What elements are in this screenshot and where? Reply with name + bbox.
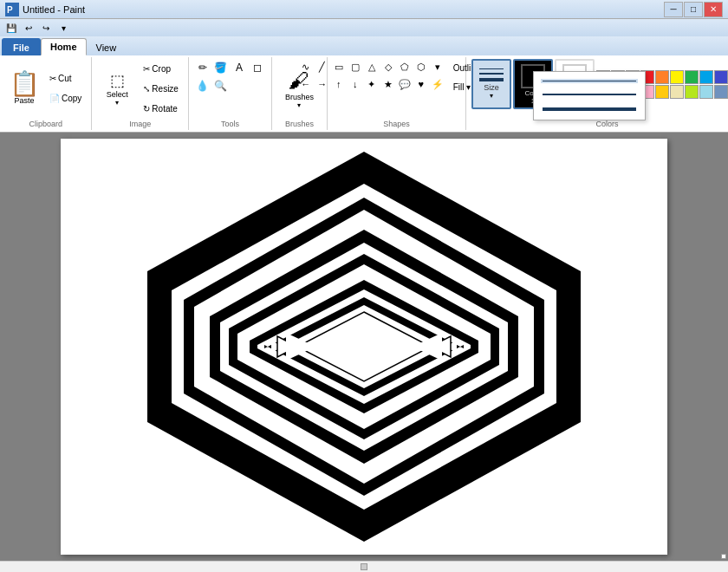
size-option-3[interactable] <box>541 106 638 113</box>
shape-diamond[interactable]: ◇ <box>380 59 396 75</box>
swatch-gold[interactable] <box>655 85 669 99</box>
crop-icon: ✂ <box>143 64 150 74</box>
close-button[interactable]: ✕ <box>704 2 723 17</box>
swatch-yellow[interactable] <box>670 70 684 84</box>
canvas-center-handle[interactable] <box>361 563 367 570</box>
hexagon-art-svg <box>61 139 667 555</box>
window-title: Untitled - Paint <box>23 4 664 15</box>
resize-icon: ⤡ <box>143 84 150 94</box>
shape-heart[interactable]: ♥ <box>413 76 429 92</box>
select-chevron: ▾ <box>115 99 119 107</box>
clipboard-label: Clipboard <box>29 120 62 128</box>
app-icon: P <box>5 3 19 16</box>
image-group: ⬚ Select ▾ ✂ Crop ⤡ Resize ↻ Rotate Imag <box>92 57 189 130</box>
tab-home[interactable]: Home <box>41 38 87 55</box>
status-bar <box>0 561 728 572</box>
shape-curve[interactable]: ∿ <box>298 59 314 75</box>
main-area <box>0 133 728 561</box>
swatch-green[interactable] <box>685 70 699 84</box>
size-dropdown-panel <box>533 71 646 120</box>
shape-roundrect[interactable]: ▢ <box>348 59 363 75</box>
shape-more[interactable]: ▾ <box>430 59 445 75</box>
eraser-tool[interactable]: ◻ <box>249 59 266 76</box>
shape-rect[interactable]: ▭ <box>331 59 347 75</box>
pencil-tool[interactable]: ✏ <box>194 59 211 76</box>
copy-icon: 📄 <box>49 94 60 103</box>
text-tool[interactable]: A <box>231 59 248 76</box>
swatch-lime[interactable] <box>685 85 699 99</box>
svg-text:P: P <box>7 5 13 15</box>
shapes-palette: ∿ ╱ ▭ ▢ △ ◇ ⬠ ⬡ ▾ ← → ↑ ↓ ✦ ★ 💬 <box>298 59 445 92</box>
dropdown-quick-button[interactable]: ▾ <box>55 20 71 36</box>
shape-star5[interactable]: ★ <box>380 76 396 92</box>
swatch-skyblue[interactable] <box>699 85 713 99</box>
swatch-lightblue[interactable] <box>699 70 713 84</box>
tools-grid: ✏ 🪣 A ◻ 💧 🔍 <box>194 59 266 94</box>
quick-access-toolbar: 💾 ↩ ↪ ▾ <box>0 19 728 36</box>
shape-lightning[interactable]: ⚡ <box>430 76 445 92</box>
fill-tool[interactable]: 🪣 <box>212 59 230 76</box>
paste-label: Paste <box>14 96 34 105</box>
tools-group: ✏ 🪣 A ◻ 💧 🔍 Tools <box>189 57 272 130</box>
tab-file[interactable]: File <box>2 38 41 55</box>
shapes-label: Shapes <box>383 120 410 128</box>
shape-arrow-up[interactable]: ↑ <box>331 76 347 92</box>
shape-penta[interactable]: ⬠ <box>397 59 413 75</box>
swatch-orange[interactable] <box>655 70 669 84</box>
shape-arrow-down[interactable]: ↓ <box>348 76 363 92</box>
swatch-cream[interactable] <box>670 85 684 99</box>
image-label: Image <box>129 120 151 128</box>
magnifier-tool[interactable]: 🔍 <box>212 77 230 94</box>
undo-quick-button[interactable]: ↩ <box>21 20 36 36</box>
canvas-resize-handle[interactable] <box>721 554 726 559</box>
shape-triangle[interactable]: △ <box>364 59 380 75</box>
swatch-blue[interactable] <box>714 70 728 84</box>
size-option-2[interactable] <box>541 92 638 97</box>
swatch-steelblue[interactable] <box>714 85 728 99</box>
color-picker-tool[interactable]: 💧 <box>194 77 211 94</box>
select-button[interactable]: ⬚ Select ▾ <box>97 65 137 112</box>
canvas[interactable] <box>61 139 667 555</box>
shape-callout[interactable]: 💬 <box>397 76 413 92</box>
shape-line[interactable]: ╱ <box>315 59 330 75</box>
shape-star4[interactable]: ✦ <box>364 76 380 92</box>
maximize-button[interactable]: □ <box>684 2 703 17</box>
shape-arrow-right[interactable]: → <box>315 76 330 92</box>
copy-button[interactable]: 📄 Copy <box>45 89 86 108</box>
size-option-1[interactable] <box>541 79 638 83</box>
shape-hex[interactable]: ⬡ <box>413 59 429 75</box>
paste-button[interactable]: 📋 Paste <box>5 65 43 112</box>
tab-view[interactable]: View <box>87 38 127 55</box>
shapes-group: ∿ ╱ ▭ ▢ △ ◇ ⬠ ⬡ ▾ ← → ↑ ↓ ✦ ★ 💬 <box>328 57 466 130</box>
brushes-label: Brushes <box>285 120 314 128</box>
resize-button[interactable]: ⤡ Resize <box>139 79 183 98</box>
save-quick-button[interactable]: 💾 <box>3 20 19 36</box>
ribbon-tab-bar: File Home View <box>0 36 728 55</box>
scissors-icon: ✂ <box>49 74 56 83</box>
title-bar: P Untitled - Paint ─ □ ✕ <box>0 0 728 19</box>
cut-button[interactable]: ✂ Cut <box>45 69 86 88</box>
tools-label: Tools <box>221 120 239 128</box>
clipboard-group: 📋 Paste ✂ Cut 📄 Copy Clipboard <box>0 57 92 130</box>
canvas-container[interactable] <box>0 133 728 561</box>
rotate-icon: ↻ <box>143 104 150 114</box>
rotate-button[interactable]: ↻ Rotate <box>139 99 183 118</box>
redo-quick-button[interactable]: ↪ <box>38 20 54 36</box>
shape-arrow-left[interactable]: ← <box>298 76 314 92</box>
size-chevron: ▾ <box>490 92 493 100</box>
minimize-button[interactable]: ─ <box>664 2 683 17</box>
size-button[interactable]: Size ▾ <box>471 59 511 109</box>
colors-label: Colors <box>595 120 618 128</box>
image-small-buttons: ✂ Crop ⤡ Resize ↻ Rotate <box>139 59 183 118</box>
cut-copy-buttons: ✂ Cut 📄 Copy <box>45 69 86 108</box>
crop-button[interactable]: ✂ Crop <box>139 59 183 78</box>
window-controls: ─ □ ✕ <box>664 2 723 17</box>
